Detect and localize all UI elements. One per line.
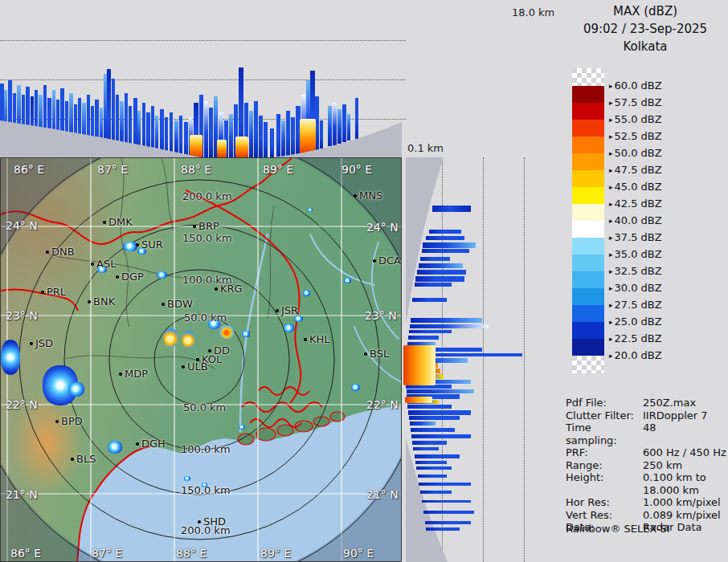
station-label: MNS bbox=[359, 189, 382, 202]
longitude-label: 89° E bbox=[263, 163, 293, 176]
legend-tick-arrow: ▸ bbox=[609, 267, 613, 275]
station-dot bbox=[193, 225, 196, 228]
range-ring-label: 50.0 km bbox=[184, 312, 227, 324]
range-ring-label: 150.0 km bbox=[182, 232, 232, 244]
echo-row bbox=[432, 206, 471, 212]
echo-row bbox=[415, 461, 447, 464]
station-marker: BDW bbox=[162, 295, 193, 311]
latitude-label: 23° N bbox=[365, 309, 397, 322]
range-ring-label: 150.0 km bbox=[181, 484, 231, 496]
legend-tick-arrow: ▸ bbox=[609, 99, 613, 107]
station-marker: ASL bbox=[91, 255, 116, 271]
station-label: BSL bbox=[370, 348, 389, 360]
legend-color-cell bbox=[572, 322, 604, 339]
longitude-label: 90° E bbox=[343, 547, 374, 560]
info-value: IIRDoppler 7 bbox=[643, 409, 708, 422]
station-label: DMK bbox=[108, 216, 133, 228]
info-key: Height: bbox=[566, 471, 643, 496]
station-marker: BPD bbox=[55, 413, 83, 428]
station-label: DGP bbox=[121, 271, 144, 283]
legend-color-cell bbox=[572, 271, 604, 288]
legend-color-cell bbox=[572, 255, 604, 271]
echo-row bbox=[420, 491, 452, 494]
station-marker: DMK bbox=[103, 214, 133, 229]
legend-tick-arrow: ▸ bbox=[609, 183, 613, 191]
legend-value-label: ▸55.0 dBZ bbox=[609, 113, 662, 125]
station-label: KRG bbox=[220, 283, 243, 295]
echo-row bbox=[407, 405, 452, 409]
station-label: BPD bbox=[61, 415, 83, 427]
legend-color-cell bbox=[572, 204, 604, 221]
station-marker: DNB bbox=[46, 243, 75, 259]
legend-value-label: ▸25.0 dBZ bbox=[609, 316, 662, 328]
station-marker: SHD bbox=[198, 513, 226, 528]
latitude-label: 24° N bbox=[366, 221, 399, 234]
station-label: BDW bbox=[167, 298, 193, 310]
station-dot bbox=[136, 243, 139, 246]
legend-value-label: ▸52.5 dBZ bbox=[609, 130, 662, 142]
legend-value-label: ▸50.0 dBZ bbox=[609, 147, 662, 159]
legend-tick-arrow: ▸ bbox=[609, 250, 613, 259]
product-info-block: Pdf File:250Z.maxClutter Filter:IIRDoppl… bbox=[566, 397, 726, 534]
info-row: Pdf File:250Z.max bbox=[566, 397, 726, 409]
info-key: Time sampling: bbox=[566, 422, 643, 446]
legend-tick-arrow: ▸ bbox=[609, 116, 613, 124]
info-row: Range:250 km bbox=[566, 459, 726, 472]
legend-value-label: ▸20.0 dBZ bbox=[609, 349, 662, 361]
radar-product-window: 24° N23° N22° N21° N24° N23° N22° N21° N… bbox=[0, 0, 728, 562]
info-value: 0.100 km to 18.000 km bbox=[643, 471, 706, 496]
legend-tick-arrow: ▸ bbox=[609, 352, 613, 360]
latitude-label: 24° N bbox=[6, 219, 38, 232]
longitude-label: 90° E bbox=[342, 163, 372, 176]
info-key: Pdf File: bbox=[566, 397, 643, 409]
legend-value-label: ▸60.0 dBZ bbox=[609, 79, 662, 92]
legend-tick-arrow: ▸ bbox=[609, 149, 613, 157]
range-ring-label: 100.0 km bbox=[181, 443, 231, 455]
legend-color-cell bbox=[572, 103, 604, 120]
longitude-label: 88° E bbox=[176, 547, 207, 560]
longitude-label: 89° E bbox=[260, 547, 291, 560]
legend-value-label: ▸47.5 dBZ bbox=[609, 164, 662, 176]
intense-echo-core bbox=[405, 397, 432, 403]
intense-echo-core bbox=[403, 345, 436, 385]
station-dot bbox=[46, 250, 49, 254]
echo-row bbox=[412, 441, 447, 445]
echo-row bbox=[417, 270, 466, 275]
station-dot bbox=[364, 352, 367, 356]
station-marker: BRP bbox=[193, 218, 219, 233]
info-row: Clutter Filter:IIRDoppler 7 bbox=[566, 409, 726, 422]
station-marker: BLS bbox=[71, 450, 96, 466]
info-value: 48 bbox=[643, 422, 656, 446]
station-label: MDP bbox=[125, 368, 148, 380]
echo-row bbox=[409, 416, 460, 420]
range-ring-label: 200.0 km bbox=[182, 190, 232, 202]
info-row: Hor Res:1.000 km/pixel bbox=[566, 496, 726, 509]
info-row: Height:0.100 km to 18.000 km bbox=[566, 471, 726, 496]
echo-row bbox=[422, 500, 471, 503]
legend-tick-arrow: ▸ bbox=[609, 335, 613, 343]
radar-station-name: Kolkata bbox=[562, 39, 728, 54]
station-label: JSD bbox=[35, 337, 53, 349]
longitude-label: 87° E bbox=[92, 547, 122, 560]
station-dot bbox=[103, 221, 106, 224]
station-label: SUR bbox=[141, 238, 163, 250]
station-dot bbox=[41, 291, 44, 294]
legend-tick-arrow: ▸ bbox=[609, 132, 613, 140]
legend-tick-arrow: ▸ bbox=[609, 301, 613, 309]
echo-row bbox=[409, 330, 452, 333]
echo-row bbox=[408, 410, 471, 415]
legend-value-label: ▸37.5 dBZ bbox=[609, 231, 662, 243]
station-dot bbox=[373, 259, 376, 263]
legend-color-cell bbox=[572, 221, 604, 238]
echo-row bbox=[418, 474, 447, 478]
legend-tick-arrow: ▸ bbox=[609, 166, 613, 174]
station-dot bbox=[182, 365, 185, 369]
station-dot bbox=[119, 373, 122, 376]
legend-tick-arrow: ▸ bbox=[609, 200, 613, 208]
legend-tick-arrow: ▸ bbox=[609, 234, 613, 242]
legend-value-label: ▸40.0 dBZ bbox=[609, 214, 662, 226]
legend-value-label: ▸22.5 dBZ bbox=[609, 332, 662, 344]
info-key: Hor Res: bbox=[566, 496, 643, 509]
range-ring-label: 50.0 km bbox=[183, 401, 226, 413]
info-row: Vert Res:0.089 km/pixel bbox=[566, 509, 726, 522]
